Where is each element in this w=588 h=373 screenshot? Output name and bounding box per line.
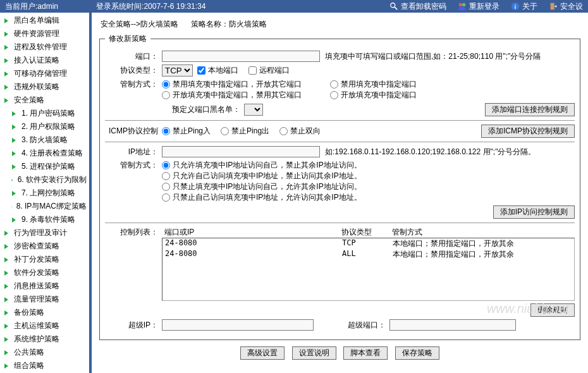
icmp-opt-0[interactable]: 禁止Ping入 [162,126,211,137]
bullet-icon [11,204,13,210]
sidebar-item-label: 进程及软件管理 [14,42,67,52]
rule-listbox[interactable]: 24-8080TCP本地端口；禁用指定端口，开放其余24-8080ALL本地端口… [162,238,575,301]
local-port-checkbox[interactable] [197,66,205,75]
sidebar-item-label: 补丁分发策略 [14,254,59,265]
bullet-icon [4,297,10,303]
sidebar-item-11[interactable]: 5. 进程保护策略 [0,160,89,173]
sidebar-item-9[interactable]: 3. 防火墙策略 [0,133,89,147]
sidebar-item-26[interactable]: 组合策略 [0,359,89,372]
sidebar-item-label: 消息推送策略 [14,281,59,291]
ctrl-opt-3[interactable]: 开放填充项中指定端口 [330,90,469,101]
sidebar-item-1[interactable]: 硬件资源管理 [0,27,89,40]
bullet-icon [4,283,10,290]
port-input[interactable] [162,51,320,62]
breadcrumb: 安全策略-->防火墙策略 [101,20,178,28]
ip-input[interactable] [162,146,320,157]
sidebar-item-label: 软件分发策略 [14,267,59,278]
ip-ctrl-opt-3[interactable]: 只禁止自己访问填充项中IP地址，允许访问其余IP地址。 [162,192,364,203]
sidebar-item-7[interactable]: 1. 用户密码策略 [0,107,89,120]
delete-rule-button[interactable]: 删除规则 [530,303,575,317]
sidebar-item-label: 6. 软件安装行为限制 [18,174,87,185]
ctrl-opt-2[interactable]: 开放填充项中指定端口，禁用其它端口 [162,90,320,101]
explain-button[interactable]: 设置说明 [292,346,336,360]
add-port-rule-button[interactable]: 添加端口连接控制规则 [485,103,575,116]
view-password-link[interactable]: 查看卸载密码 [389,1,446,12]
bullet-icon [4,58,10,64]
footer-buttons: 高级设置 设置说明 脚本查看 保存策略 [95,346,584,360]
sidebar-item-5[interactable]: 违规外联策略 [0,80,89,94]
bullet-icon [4,310,10,316]
fieldset-legend: 修改新策略 [105,34,150,44]
remote-port-checkbox[interactable] [248,66,257,75]
port-hint: 填充项中可填写端口或端口范围,如：21-25;80;110 用";"分号分隔 [325,51,541,62]
sidebar-item-12[interactable]: 6. 软件安装行为限制 [0,173,89,186]
svg-point-0 [391,3,395,8]
sidebar-item-22[interactable]: 备份策略 [0,306,89,319]
ip-ctrl-opt-1[interactable]: 只允许自己访问填充项中IP地址，禁止访问其余IP地址。 [162,171,364,181]
ctrl-label: 管制方式： [105,79,162,90]
sidebar-item-23[interactable]: 主机运维策略 [0,319,89,333]
login-label: 登录系统时间: [96,2,144,11]
relogin-label: 重新登录 [469,1,499,12]
ctrl-opt-0[interactable]: 禁用填充项中指定端口，开放其它端口 [162,79,320,90]
icmp-opt-1[interactable]: 禁止Ping出 [221,126,269,137]
bullet-icon [4,257,10,263]
save-button[interactable]: 保存策略 [395,346,439,360]
bullet-icon [4,18,10,24]
relogin-link[interactable]: 重新登录 [458,1,499,12]
sidebar-item-0[interactable]: 黑白名单编辑 [0,14,89,27]
local-port-check[interactable]: 本地端口 [197,65,238,76]
current-user: 当前用户:admin [5,1,58,12]
sidebar-item-2[interactable]: 进程及软件管理 [0,40,89,54]
super-port-input[interactable] [389,319,516,331]
remote-port-check[interactable]: 远程端口 [248,65,290,76]
sidebar-item-label: 公共策略 [14,347,44,358]
sidebar-item-14[interactable]: 8. IP与MAC绑定策略 [0,200,89,213]
sidebar-item-10[interactable]: 4. 注册表检查策略 [0,147,89,160]
super-ip-input[interactable] [162,319,314,331]
sidebar-item-24[interactable]: 系统维护策略 [0,333,89,346]
sidebar-item-17[interactable]: 涉密检查策略 [0,240,89,253]
ip-ctrl-opt-0[interactable]: 只允许填充项中IP地址访问自己，禁止其余IP地址访问。 [162,160,364,171]
svg-rect-7 [551,3,554,10]
sidebar-item-16[interactable]: 行为管理及审计 [0,226,89,240]
sidebar-item-label: 接入认证策略 [14,55,59,66]
bullet-icon [4,97,10,104]
svg-point-2 [459,3,462,6]
sidebar-item-20[interactable]: 消息推送策略 [0,279,89,293]
sidebar-item-13[interactable]: 7. 上网控制策略 [0,186,89,200]
sidebar-item-25[interactable]: 公共策略 [0,346,89,359]
door-icon [549,2,558,11]
icmp-opt-2[interactable]: 禁止双向 [279,126,321,137]
list-row[interactable]: 24-8080TCP本地端口；禁用指定端口，开放其余 [162,238,574,249]
about-label: 关于 [522,1,537,12]
bullet-icon [4,336,10,343]
add-ip-rule-button[interactable]: 添加IP访问控制规则 [493,205,575,219]
sidebar-item-18[interactable]: 补丁分发策略 [0,253,89,266]
sidebar-item-8[interactable]: 2. 用户权限策略 [0,120,89,133]
safe-link[interactable]: 安全设 [549,1,583,12]
view-password-label: 查看卸载密码 [401,1,446,12]
sidebar-item-19[interactable]: 软件分发策略 [0,266,89,279]
super-port-label: 超级端口： [314,320,389,331]
proto-label: 协议类型： [105,65,162,76]
sidebar-item-6[interactable]: 安全策略 [0,94,89,107]
sidebar-item-15[interactable]: 9. 杀毒软件策略 [0,213,89,226]
ip-ctrl-opt-2[interactable]: 只禁止填充项中IP地址访问自己，允许其余IP地址访问。 [162,181,364,192]
ip-label: IP地址： [105,147,162,157]
about-link[interactable]: i 关于 [511,1,537,12]
sidebar-item-4[interactable]: 可移动存储管理 [0,67,89,80]
script-view-button[interactable]: 脚本查看 [343,346,388,360]
ctrl-opt-1[interactable]: 禁用填充项中指定端口 [330,79,469,90]
svg-line-1 [395,7,397,9]
sidebar-item-3[interactable]: 接入认证策略 [0,54,89,67]
bullet-icon [4,44,10,51]
add-icmp-rule-button[interactable]: 添加ICMP协议控制规则 [481,125,575,138]
list-row[interactable]: 24-8080ALL本地端口；禁用指定端口，开放其余 [162,249,574,260]
blacklist-select[interactable] [244,104,263,116]
proto-select[interactable]: TCP [162,64,193,76]
bullet-icon [11,164,18,170]
sidebar-item-21[interactable]: 流量管理策略 [0,293,89,306]
advanced-button[interactable]: 高级设置 [240,346,285,360]
bullet-icon [11,177,14,183]
